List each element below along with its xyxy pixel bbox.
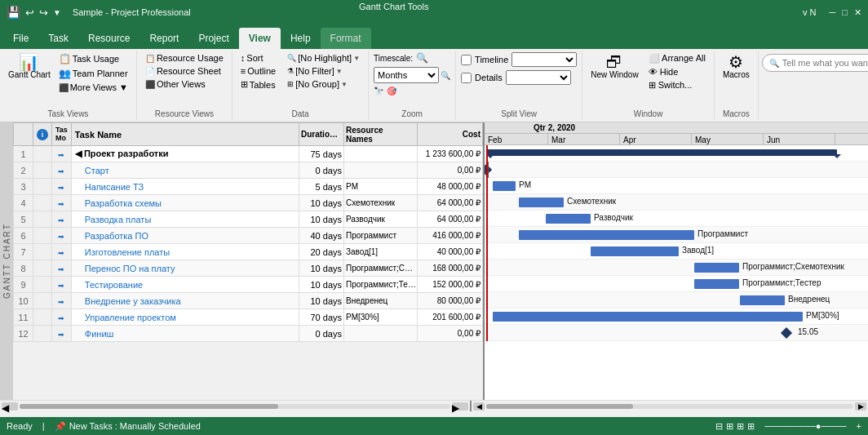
view-btn-3[interactable]: ⊞ — [737, 421, 744, 432]
task-cost-6: 416 000,00 ₽ — [418, 228, 483, 244]
view-btn-2[interactable]: ⊞ — [726, 421, 733, 432]
info-icon: i — [37, 129, 48, 140]
gantt-chart-btn[interactable]: 📊 Gantt Chart — [5, 52, 54, 81]
task-usage-btn[interactable]: 📋 Task Usage — [55, 52, 131, 65]
macros-btn[interactable]: ⚙ Macros — [720, 52, 753, 81]
details-dropdown[interactable] — [506, 70, 571, 85]
arrange-all-btn[interactable]: ⬜ Arrange All — [645, 52, 709, 64]
task-name-8[interactable]: Перенос ПО на плату — [71, 260, 299, 277]
row-num-2: 2 — [14, 162, 33, 179]
tab-resource[interactable]: Resource — [78, 28, 140, 49]
more-views-btn[interactable]: ⬛ More Views ▼ — [55, 82, 131, 93]
sort-btn[interactable]: ↕Sort — [237, 52, 279, 64]
zoom-in-btn[interactable]: 🔍 — [441, 71, 450, 80]
gantt-hscroll[interactable]: ◀ ▶ — [472, 401, 868, 411]
task-name-11[interactable]: Управление проектом — [71, 309, 299, 326]
filter-dropdown[interactable]: ⚗ [No Filter]▼ — [284, 65, 363, 77]
gantt-label-3: PM — [519, 180, 531, 189]
table-scroll-thumb[interactable] — [20, 404, 278, 409]
timeline-checkbox[interactable] — [461, 55, 472, 65]
undo-icon[interactable]: ↩ — [25, 7, 34, 19]
h-scrollbar[interactable]: ◀ ▶ ◀ ▶ — [0, 400, 868, 411]
view-btn-1[interactable]: ⊟ — [715, 421, 723, 432]
search-input[interactable] — [782, 58, 868, 68]
customize-icon[interactable]: ▼ — [53, 8, 61, 17]
task-resources-8: Программист;С… — [344, 260, 418, 277]
task-resources-7: Завод[1] — [344, 244, 418, 260]
window-group: 🗗 New Window ⬜ Arrange All 👁 Hide ⊞ Swit… — [582, 51, 715, 120]
row-info-3 — [33, 179, 52, 195]
restore-btn[interactable]: □ — [842, 7, 848, 17]
resource-sheet-btn[interactable]: 📄 Resource Sheet — [142, 65, 227, 77]
macros-group: ⚙ Macros Macros — [715, 51, 759, 120]
task-name-4[interactable]: Разработка схемы — [71, 195, 299, 211]
status-bar: Ready | 📌 New Tasks : Manually Scheduled… — [0, 417, 868, 435]
task-resources-4: Схемотехник — [344, 195, 418, 211]
months-dropdown[interactable]: Months — [374, 67, 439, 83]
minimize-btn[interactable]: ─ — [830, 7, 836, 17]
timeline-dropdown[interactable] — [512, 52, 577, 67]
task-name-9[interactable]: Тестирование — [71, 277, 299, 293]
task-duration-10: 10 days — [299, 293, 344, 309]
row-icon-11: ➡ — [52, 309, 72, 326]
tab-file[interactable]: File — [3, 28, 38, 49]
zoom-out-btn[interactable]: 🔭 — [374, 87, 383, 95]
zoom-plus-btn[interactable]: + — [857, 421, 861, 431]
resource-usage-btn[interactable]: 📋 Resource Usage — [142, 52, 227, 64]
timescale-search-btn[interactable]: 🔍 — [416, 52, 428, 64]
tab-report[interactable]: Report — [140, 28, 188, 49]
table-hscroll[interactable]: ◀ ▶ — [0, 401, 472, 411]
task-name-2[interactable]: Старт — [71, 162, 299, 179]
save-icon[interactable]: 💾 — [7, 6, 20, 19]
row-icon-3: ➡ — [52, 179, 72, 195]
task-name-7[interactable]: Изготовление платы — [71, 244, 299, 260]
table-scroll-track[interactable] — [20, 404, 450, 409]
row-num-7: 7 — [14, 244, 33, 260]
task-cost-3: 48 000,00 ₽ — [418, 179, 483, 195]
tab-help[interactable]: Help — [281, 28, 321, 49]
other-views-btn[interactable]: ⬛ Other Views — [142, 78, 227, 90]
task-name-10[interactable]: Внедрение у заказчика — [71, 293, 299, 309]
selected-tasks-btn[interactable]: 🎯 — [387, 87, 396, 95]
data-group: ↕Sort ≡Outline ⊞Tables 🔍 [No Highlight]▼ — [232, 51, 369, 120]
task-name-3[interactable]: Написание ТЗ — [71, 179, 299, 195]
gantt-scroll-right[interactable]: ▶ — [855, 402, 866, 411]
zoom-slider[interactable]: ────────●──── — [764, 421, 846, 431]
task-resources-9: Программист;Те… — [344, 277, 418, 293]
task-name-12[interactable]: Финиш — [71, 326, 299, 342]
gantt-row-7: Завод[1] — [485, 243, 868, 260]
group-dropdown[interactable]: ⊞ [No Group]▼ — [284, 78, 363, 90]
tab-format[interactable]: Format — [321, 28, 371, 49]
view-btn-4[interactable]: ⊞ — [747, 421, 755, 432]
task-resources-5: Разводчик — [344, 211, 418, 228]
row-icon-4: ➡ — [52, 195, 72, 211]
gantt-scroll-thumb[interactable] — [486, 404, 633, 409]
task-cost-9: 152 000,00 ₽ — [418, 277, 483, 293]
col-row-num — [14, 123, 33, 146]
details-checkbox[interactable] — [461, 73, 472, 83]
gantt-chart-side-label: GANTT CHART — [0, 122, 13, 400]
gantt-row-2: 01.02 — [485, 162, 868, 178]
gantt-scroll-left[interactable]: ◀ — [473, 402, 485, 411]
table-scroll-right[interactable]: ▶ — [452, 402, 468, 411]
close-btn[interactable]: ✕ — [854, 7, 861, 18]
gantt-scroll-track[interactable] — [486, 404, 853, 409]
tab-task[interactable]: Task — [38, 28, 78, 49]
switch-windows-btn[interactable]: ⊞ Switch... — [645, 79, 709, 91]
tab-project[interactable]: Project — [188, 28, 238, 49]
highlight-dropdown[interactable]: 🔍 [No Highlight]▼ — [284, 52, 363, 64]
table-scroll-left[interactable]: ◀ — [2, 402, 18, 411]
hide-btn[interactable]: 👁 Hide — [645, 66, 709, 78]
tables-btn[interactable]: ⊞Tables — [237, 78, 279, 91]
split-view-group: Timeline Details Split View — [456, 51, 582, 120]
redo-icon[interactable]: ↪ — [39, 7, 48, 19]
outline-btn[interactable]: ≡Outline — [237, 65, 279, 77]
row-icon-5: ➡ — [52, 211, 72, 228]
task-name-1[interactable]: ◀ Проект разработки — [71, 146, 299, 162]
team-planner-btn[interactable]: 👥 Team Planner — [55, 67, 131, 80]
new-window-btn[interactable]: 🗗 New Window — [587, 52, 641, 81]
task-name-6[interactable]: Разработка ПО — [71, 228, 299, 244]
task-name-5[interactable]: Разводка платы — [71, 211, 299, 228]
tab-view[interactable]: View — [239, 28, 281, 49]
month-mar: Mar — [548, 134, 620, 145]
